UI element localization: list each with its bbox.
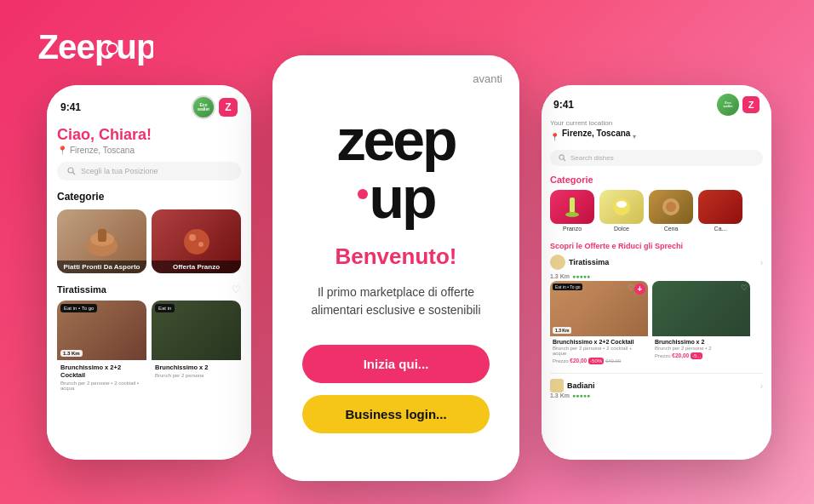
km-badge-left: 1.3 Km bbox=[60, 350, 83, 357]
food-sub-left-2: Brunch per 2 persone bbox=[152, 373, 241, 381]
category-dolce[interactable]: Dolce bbox=[599, 190, 644, 233]
location-label-right: Your current location bbox=[550, 119, 763, 127]
food-sub-right-2: Brunch per 2 persone • 2 bbox=[652, 346, 750, 352]
svg-line-12 bbox=[564, 159, 565, 161]
cena-icon bbox=[658, 194, 684, 220]
logo-line1: zeep bbox=[336, 111, 455, 169]
svg-rect-13 bbox=[570, 198, 575, 213]
search-bar-left[interactable]: Scegli la tua Posizione bbox=[57, 162, 241, 180]
status-bar-left: 9:41 Ecowallet Z bbox=[57, 95, 241, 119]
cena-label: Cena bbox=[649, 224, 693, 233]
categories-grid: Piatti Pronti Da Asporto Offerta Pranzo bbox=[57, 209, 241, 273]
eat-badge: Eat in • To go bbox=[60, 304, 97, 312]
location-value-right: Firenze, Toscana bbox=[562, 129, 630, 138]
other-label: Ca... bbox=[698, 224, 742, 233]
restaurant-name-left: Tiratissima bbox=[57, 284, 106, 295]
search-icon-left bbox=[67, 167, 76, 175]
price-row-2: Prezzo €20,00 -5... bbox=[652, 352, 750, 361]
km-badge-right-1: 1.3 Km bbox=[553, 327, 571, 334]
restaurant-name-right-1: Tiratissima bbox=[569, 258, 609, 266]
categories-title-left: Categorie bbox=[57, 191, 241, 203]
food-sub-left: Brunch per 2 persone • 2 cocktail • acqu… bbox=[57, 381, 146, 394]
categories-label-right: Categorie bbox=[550, 175, 763, 185]
restaurant-name-right-2: Badiani bbox=[567, 381, 595, 390]
location-left: 📍 Firenze, Toscana bbox=[57, 146, 241, 155]
svg-point-9 bbox=[189, 234, 196, 241]
search-bar-right[interactable]: Search dishes bbox=[550, 150, 763, 166]
restaurant-row-right-1: Tiratissima › bbox=[550, 255, 763, 270]
restaurant-row-left: Tiratissima ♡ bbox=[57, 284, 241, 295]
left-phone: 9:41 Ecowallet Z Ciao, Chiara! 📍 Firenze… bbox=[47, 85, 251, 460]
food-card-right-2[interactable]: ♡ Brunchissimo x 2 Brunch per 2 persone … bbox=[652, 281, 750, 366]
restaurant-logo-2 bbox=[550, 379, 564, 392]
category-pranzo[interactable]: Pranzo bbox=[550, 190, 594, 233]
svg-point-8 bbox=[184, 229, 209, 255]
svg-text:Zeep: Zeep bbox=[37, 28, 114, 66]
wishlist-icon-1: ♡ bbox=[628, 284, 634, 292]
food-cards-left: Eat in • To go 1.3 Km Brunchissimo x 2+2… bbox=[57, 301, 241, 394]
svg-point-18 bbox=[666, 202, 676, 212]
svg-point-2 bbox=[107, 43, 118, 54]
separator bbox=[550, 373, 763, 374]
km-row-badiani: 1.3 Km ●●●●● bbox=[550, 392, 763, 398]
chevron-icon-right-1: › bbox=[760, 258, 763, 267]
food-title-left-2: Brunchissimo x 2 bbox=[152, 360, 241, 373]
logo-line2: up bbox=[357, 169, 434, 226]
category-img-2 bbox=[175, 220, 218, 263]
svg-line-4 bbox=[73, 173, 76, 175]
status-bar-right: 9:41 Ecowallet Z bbox=[550, 94, 763, 116]
category-cena[interactable]: Cena bbox=[649, 190, 693, 233]
pin-icon-right: 📍 bbox=[550, 133, 559, 141]
svg-point-14 bbox=[565, 212, 579, 217]
food-title-right-1: Brunchissimo x 2+2 Cocktail bbox=[550, 336, 648, 346]
eco-wallet-left: Ecowallet bbox=[192, 95, 215, 119]
svg-point-10 bbox=[198, 242, 204, 247]
food-title-left: Brunchissimo x 2+2 Cocktail bbox=[57, 360, 146, 381]
status-time-right: 9:41 bbox=[553, 99, 574, 111]
center-logo: zeep up bbox=[336, 111, 455, 226]
logo-up: up bbox=[369, 169, 434, 226]
dolce-label: Dolce bbox=[599, 224, 644, 233]
pranzo-icon bbox=[559, 194, 585, 220]
km-row-right: 1.3 Km ●●●●● bbox=[550, 273, 763, 279]
wishlist-icon-2: ♡ bbox=[741, 284, 748, 292]
price-row-1: Prezzo €20,00 -50% €40,00 bbox=[550, 358, 648, 366]
avanti-link[interactable]: avanti bbox=[473, 72, 502, 85]
food-card-left-1[interactable]: Eat in • To go 1.3 Km Brunchissimo x 2+2… bbox=[57, 301, 146, 394]
category-card-2[interactable]: Offerta Pranzo bbox=[152, 209, 241, 273]
search-icon-right bbox=[559, 154, 566, 162]
avanti-row: avanti bbox=[289, 72, 502, 85]
heart-icon-left: ♡ bbox=[232, 284, 241, 295]
logo-dot bbox=[358, 189, 368, 199]
business-login-button[interactable]: Business login... bbox=[302, 395, 490, 433]
restaurant-logo-1 bbox=[550, 255, 565, 270]
welcome-subtitle: Il primo marketplace di offerte alimenta… bbox=[302, 284, 489, 319]
food-cards-right: Eat in • To go 1.3 Km ♡ + Brunchissimo x… bbox=[550, 281, 763, 366]
pin-icon: 📍 bbox=[57, 146, 67, 155]
food-card-right-1[interactable]: Eat in • To go 1.3 Km ♡ + Brunchissimo x… bbox=[550, 281, 648, 366]
eat-badge-2: Eat in bbox=[155, 304, 175, 312]
dolce-icon bbox=[609, 194, 634, 220]
stars-badiani: ●●●●● bbox=[572, 392, 590, 398]
start-button[interactable]: Inizia qui... bbox=[302, 345, 490, 383]
z-badge-right: Z bbox=[742, 96, 760, 113]
category-other[interactable]: Ca... bbox=[698, 190, 742, 233]
food-card-left-2[interactable]: Eat in Brunchissimo x 2 Brunch per 2 per… bbox=[152, 301, 241, 394]
svg-rect-7 bbox=[98, 229, 106, 242]
category-card-1[interactable]: Piatti Pronti Da Asporto bbox=[57, 209, 146, 273]
restaurant-row-right-2: Badiani › bbox=[550, 379, 763, 392]
add-icon-1[interactable]: + bbox=[634, 284, 645, 295]
chevron-down-icon: ▾ bbox=[633, 133, 636, 140]
top-logo: Zeep up bbox=[34, 24, 153, 70]
offers-label-right: Scopri le Offerte e Riduci gli Sprechi bbox=[550, 242, 763, 250]
z-badge-left: Z bbox=[219, 98, 238, 117]
status-time-left: 9:41 bbox=[60, 101, 81, 113]
svg-point-3 bbox=[68, 168, 73, 173]
category-label-1: Piatti Pronti Da Asporto bbox=[57, 261, 146, 273]
greeting: Ciao, Chiara! bbox=[57, 126, 241, 144]
categories-scroll: Pranzo Dolce Cena Ca... bbox=[550, 190, 763, 233]
food-title-right-2: Brunchissimo x 2 bbox=[652, 336, 750, 346]
eco-wallet-right: Ecowallet bbox=[717, 94, 739, 116]
pranzo-label: Pranzo bbox=[550, 224, 594, 233]
welcome-text: Benvenuto! bbox=[335, 243, 457, 270]
